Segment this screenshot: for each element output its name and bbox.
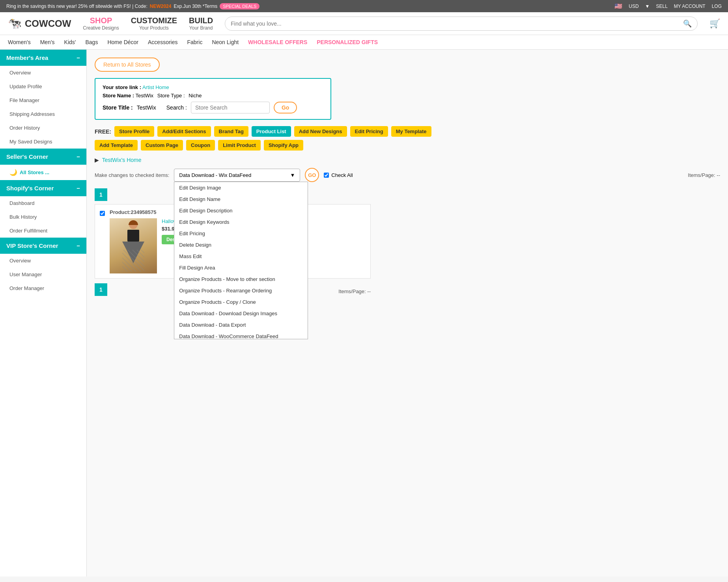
shop-label: SHOP [83,16,119,25]
vip-corner-header[interactable]: VIP Store's Corner − [0,238,86,254]
dropdown-item-5[interactable]: Delete Design [174,239,308,251]
product-checkbox[interactable] [100,211,105,216]
sell-link[interactable]: SELL [656,4,668,9]
dropdown-item-0[interactable]: Edit Design Image [174,182,308,193]
dropdown-item-13[interactable]: Data Download - WooCommerce DataFeed [174,331,308,339]
my-template-button[interactable]: My Template [391,126,431,137]
members-area-header[interactable]: Member's Area − [0,50,86,66]
nav-shop[interactable]: SHOP Creative Designs [83,16,119,31]
items-per-page-bottom-value: -- [367,288,371,294]
nav-customize[interactable]: CUSTOMIZE Your Products [131,16,177,31]
page-number-box: 1 [95,188,107,201]
store-name-row: Store Name : TestWix Store Type : Niche [103,93,323,99]
dropdown-item-7[interactable]: Fill Design Area [174,262,308,273]
items-per-page-bottom-label: Items/Page: [338,288,366,294]
cart-icon[interactable]: 🛒 [709,19,720,29]
sidebar-item-all-stores[interactable]: 🌙 All Stores ... [0,165,86,180]
cat-kids[interactable]: Kids' [64,39,76,45]
store-profile-button[interactable]: Store Profile [114,126,154,137]
logo-text: COWCOW [25,18,71,29]
store-title-label: Store Title : [103,104,133,111]
store-name-value: TestWix [136,93,154,99]
dropdown-item-10[interactable]: Organize Products - Copy / Clone [174,296,308,308]
main-nav: SHOP Creative Designs CUSTOMIZE Your Pro… [83,16,213,31]
search-input[interactable] [231,20,683,27]
announcement-bar: Ring in the savings this new year! 25% o… [0,0,728,12]
edit-pricing-button[interactable]: Edit Pricing [350,126,388,137]
cat-accessories[interactable]: Accessories [148,39,177,45]
brand-tag-button[interactable]: Brand Tag [214,126,248,137]
announcement-main-text: Ring in the savings this new year! 25% o… [6,4,147,9]
sidebar-item-order-history[interactable]: Order History [0,121,86,135]
shopify-corner-header[interactable]: Shopify's Corner − [0,180,86,196]
sellers-corner-label: Seller's Corner [6,153,48,160]
dropdown-item-8[interactable]: Organize Products - Move to other sectio… [174,273,308,285]
custom-page-button[interactable]: Custom Page [141,140,183,151]
coupon-button[interactable]: Coupon [186,140,215,151]
main-content: Return to All Stores Your store link : A… [87,50,728,576]
dropdown-item-4[interactable]: Edit Pricing [174,228,308,239]
check-all-checkbox[interactable] [324,173,329,178]
dropdown-item-6[interactable]: Mass Edit [174,251,308,262]
sellers-corner-header[interactable]: Seller's Corner − [0,149,86,165]
return-to-all-stores-button[interactable]: Return to All Stores [95,58,160,72]
special-deals-badge[interactable]: SPECIAL DEALS [220,3,259,9]
search-icon[interactable]: 🔍 [683,19,692,28]
sidebar-item-order-manager[interactable]: Order Manager [0,281,86,295]
make-changes-label: Make changes to checked items: [95,172,169,178]
cat-wholesale[interactable]: WHOLESALE OFFERS [248,39,307,45]
site-logo[interactable]: 🐄 COWCOW [8,17,71,30]
artist-home-link[interactable]: Artist Home [142,84,169,90]
add-template-button[interactable]: Add Template [95,140,138,151]
add-new-designs-button[interactable]: Add New Designs [294,126,347,137]
sidebar-item-order-fulfillment[interactable]: Order Fulfillment [0,224,86,238]
nav-build[interactable]: BUILD Your Brand [189,16,213,31]
dropdown-selected-value[interactable]: Data Download - Wix DataFeed ▼ [174,169,300,182]
cat-neon-light[interactable]: Neon Light [212,39,239,45]
cat-personalized[interactable]: PERSONALIZED GIFTS [317,39,378,45]
dropdown-current-value: Data Download - Wix DataFeed [179,172,251,178]
cat-mens[interactable]: Men's [40,39,55,45]
dropdown-item-1[interactable]: Edit Design Name [174,193,308,205]
store-search-input[interactable] [191,102,270,113]
cat-bags[interactable]: Bags [86,39,98,45]
store-home-link[interactable]: TestWix's Home [102,157,142,163]
second-buttons-row: Add Template Custom Page Coupon Limit Pr… [95,140,720,151]
cat-home-decor[interactable]: Home Décor [107,39,138,45]
sidebar-item-dashboard[interactable]: Dashboard [0,196,86,210]
vip-corner-label: VIP Store's Corner [6,242,58,249]
shopify-corner-label: Shopify's Corner [6,185,54,192]
customize-sub-label: Your Products [131,25,177,31]
product-image [110,218,157,273]
sidebar-item-update-profile[interactable]: Update Profile [0,80,86,93]
dropdown-item-2[interactable]: Edit Design Description [174,205,308,216]
shopify-app-button[interactable]: Shopify App [264,140,303,151]
bulk-action-go-button[interactable]: GO [305,168,319,182]
check-all-row: Check All [324,172,353,178]
sidebar-item-file-manager[interactable]: File Manager [0,93,86,107]
limit-product-button[interactable]: Limit Product [218,140,261,151]
log-link[interactable]: LOG [712,4,722,9]
store-info-box: Your store link : Artist Home Store Name… [95,78,331,120]
sidebar-item-vip-overview[interactable]: Overview [0,254,86,268]
store-search-go-button[interactable]: Go [274,102,297,113]
cat-womens[interactable]: Women's [8,39,31,45]
dropdown-item-11[interactable]: Data Download - Download Design Images [174,308,308,319]
free-buttons-row: FREE: Store Profile Add/Edit Sections Br… [95,126,720,137]
cat-fabric[interactable]: Fabric [187,39,202,45]
dropdown-item-12[interactable]: Data Download - Data Export [174,319,308,331]
sidebar-item-shipping-addresses[interactable]: Shipping Addresses [0,107,86,121]
sidebar-item-overview[interactable]: Overview [0,66,86,80]
sidebar-item-bulk-history[interactable]: Bulk History [0,210,86,224]
bulk-action-dropdown[interactable]: Data Download - Wix DataFeed ▼ Edit Desi… [174,169,300,182]
add-edit-sections-button[interactable]: Add/Edit Sections [157,126,211,137]
currency-selector[interactable]: USD [629,4,638,9]
sidebar-item-saved-designs[interactable]: My Saved Designs [0,135,86,149]
build-sub-label: Your Brand [189,25,213,31]
dropdown-list: Edit Design Image Edit Design Name Edit … [174,182,308,339]
product-list-button[interactable]: Product List [252,126,291,137]
dropdown-item-9[interactable]: Organize Products - Rearrange Ordering [174,285,308,296]
account-link[interactable]: MY ACCOUNT [674,4,706,9]
sidebar-item-user-manager[interactable]: User Manager [0,268,86,281]
dropdown-item-3[interactable]: Edit Design Keywords [174,216,308,228]
